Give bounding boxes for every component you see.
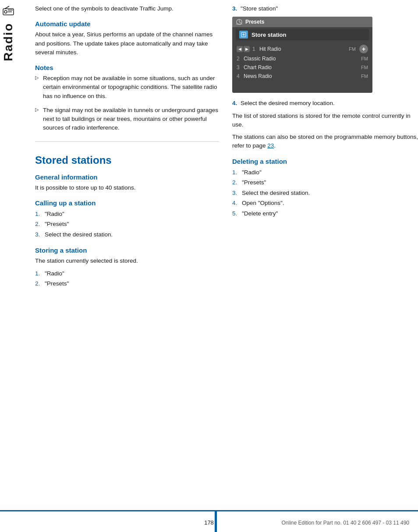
- step4-text: 4. Select the desired memory location.: [232, 99, 418, 108]
- page-number: 178: [204, 519, 214, 526]
- item-num-1: 1: [252, 46, 259, 52]
- delete-step-2: 2."Presets": [232, 178, 418, 187]
- footer-edition: Online Edition for Part no. 01 40 2 606 …: [281, 520, 409, 526]
- automatic-update-body: About twice a year, Sirius performs an u…: [35, 30, 219, 57]
- item-type-1: FM: [349, 46, 356, 52]
- item-name-4: News Radio: [244, 73, 361, 79]
- footer: 178 Online Edition for Part no. 01 40 2 …: [0, 510, 418, 532]
- general-information-body: It is possible to store up to 40 station…: [35, 183, 219, 192]
- calling-step-2: 2."Presets": [35, 219, 219, 229]
- intro-text: Select one of the symbols to deactivate …: [35, 4, 219, 13]
- delete-step-4: 4.Open "Options".: [232, 198, 418, 208]
- store-station-bar: Store station: [236, 29, 369, 40]
- notes-heading: Notes: [35, 64, 219, 71]
- stored-text2: The stations can also be stored on the p…: [232, 133, 418, 151]
- store-icon-svg: [241, 32, 246, 37]
- item-name-3: Chart Radio: [244, 64, 361, 70]
- right-arrow: ▶: [244, 46, 250, 52]
- note-item-2: The signal may not be available in tunne…: [35, 106, 219, 133]
- presets-icon: [236, 18, 243, 25]
- note-item-1: Reception may not be available in some s…: [35, 74, 219, 101]
- storing-station-heading: Storing a station: [35, 247, 219, 254]
- stored-text1: The list of stored stations is stored fo…: [232, 112, 418, 130]
- item-num-4: 4: [237, 73, 244, 79]
- item-num-3: 3: [237, 64, 244, 70]
- section-divider: [35, 141, 219, 142]
- item-num-2: 2: [237, 56, 244, 62]
- calling-step-3: 3.Select the desired station.: [35, 230, 219, 240]
- store-station-icon: [239, 31, 248, 39]
- main-content: Select one of the symbols to deactivate …: [26, 0, 418, 298]
- deleting-station-heading: Deleting a station: [232, 158, 418, 165]
- item-type-4: FM: [361, 74, 368, 79]
- storing-station-body: The station currently selected is stored…: [35, 257, 219, 265]
- footer-blue-bar: [215, 511, 217, 532]
- deleting-station-list: 1."Radio" 2."Presets" 3.Select the desir…: [232, 168, 418, 218]
- right-column: 3. "Store station" Presets: [228, 4, 418, 289]
- item-type-2: FM: [361, 56, 368, 61]
- general-information-heading: General information: [35, 173, 219, 181]
- radio-icon: [2, 4, 14, 17]
- side-tab-label: Radio: [1, 23, 15, 61]
- item-name-2: Classic Radio: [244, 56, 361, 62]
- side-tab: Radio: [0, 0, 17, 114]
- left-column: Select one of the symbols to deactivate …: [35, 4, 228, 289]
- delete-step-3: 3.Select the desired station.: [232, 188, 418, 198]
- calling-step-1: 1."Radio": [35, 209, 219, 219]
- page-link[interactable]: 23: [267, 142, 274, 149]
- svg-point-1: [4, 11, 7, 13]
- ui-titlebar: Presets: [232, 17, 372, 27]
- storing-step-2: 2."Presets": [35, 279, 219, 289]
- page-container: Radio Select one of the symbols to deact…: [0, 0, 418, 532]
- svg-rect-8: [236, 24, 242, 25]
- plus-button: +: [359, 45, 368, 53]
- ui-screenshot: Presets Store station: [232, 17, 372, 93]
- delete-step-5: 5."Delete entry": [232, 209, 418, 218]
- storing-station-list: 1."Radio" 2."Presets": [35, 269, 219, 289]
- storing-step-1: 1."Radio": [35, 269, 219, 278]
- item-type-3: FM: [361, 65, 368, 70]
- ui-list-item-2: 2 Classic Radio FM: [232, 54, 372, 63]
- svg-line-4: [5, 6, 9, 9]
- ui-list-row-1: ◀ ▶ 1 Hit Radio FM +: [232, 44, 372, 54]
- delete-step-1: 1."Radio": [232, 168, 418, 177]
- automatic-update-heading: Automatic update: [35, 20, 219, 28]
- ui-empty-row: [232, 81, 372, 91]
- ui-station-list: ◀ ▶ 1 Hit Radio FM + 2 Classic Radio FM: [232, 42, 372, 93]
- nav-arrows: ◀ ▶: [237, 46, 250, 52]
- notes-list: Reception may not be available in some s…: [35, 74, 219, 133]
- store-station-label: Store station: [252, 32, 286, 38]
- ui-titlebar-text: Presets: [245, 19, 264, 25]
- svg-line-7: [239, 22, 241, 23]
- item-name-1: Hit Radio: [259, 46, 349, 52]
- ui-list-item-4: 4 News Radio FM: [232, 72, 372, 81]
- stored-stations-heading: Stored stations: [35, 154, 219, 166]
- calling-up-station-heading: Calling up a station: [35, 199, 219, 207]
- step3-label: 3. "Store station": [232, 4, 418, 13]
- calling-up-station-list: 1."Radio" 2."Presets" 3.Select the desir…: [35, 209, 219, 240]
- left-arrow: ◀: [237, 46, 243, 52]
- ui-list-item-3: 3 Chart Radio FM: [232, 63, 372, 72]
